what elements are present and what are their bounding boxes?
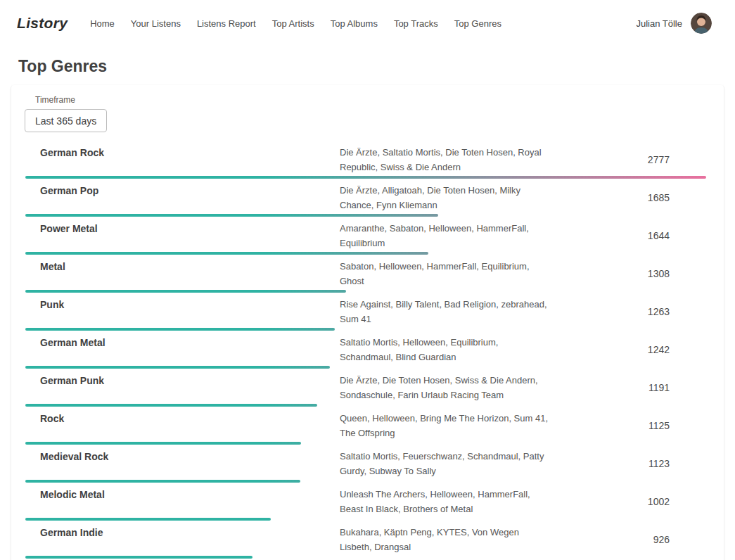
genre-list: German Rock Die Ärzte, Saltatio Mortis, … <box>11 141 724 559</box>
nav-item-listens-report[interactable]: Listens Report <box>197 18 256 29</box>
nav-item-top-albums[interactable]: Top Albums <box>331 18 378 29</box>
genre-artists: Die Ärzte, Saltatio Mortis, Die Toten Ho… <box>340 145 551 174</box>
genre-artists: Die Ärzte, Alligatoah, Die Toten Hosen, … <box>340 183 551 212</box>
genre-row: German Metal Saltatio Mortis, Helloween,… <box>11 331 724 369</box>
genre-name: German Punk <box>40 373 340 388</box>
genre-row: German Indie Bukahara, Käptn Peng, KYTES… <box>11 521 724 559</box>
genre-name: Rock <box>40 411 340 426</box>
timeframe-select[interactable]: Last 365 days <box>25 109 107 132</box>
genre-count: 1308 <box>551 268 706 279</box>
genre-count: 1685 <box>551 192 706 203</box>
genre-name: German Rock <box>40 145 340 160</box>
genre-artists: Amaranthe, Sabaton, Helloween, HammerFal… <box>340 221 551 250</box>
genre-name: German Metal <box>40 335 340 350</box>
genre-row: Metal Sabaton, Helloween, HammerFall, Eq… <box>11 255 724 293</box>
genre-count: 1125 <box>551 420 706 431</box>
genre-bar <box>25 556 253 559</box>
avatar-image <box>691 13 712 34</box>
genre-artists: Rise Against, Billy Talent, Bad Religion… <box>340 297 551 326</box>
genre-name: Melodic Metal <box>40 487 340 502</box>
nav-item-top-artists[interactable]: Top Artists <box>272 18 314 29</box>
genre-name: German Indie <box>40 525 340 540</box>
nav-item-top-tracks[interactable]: Top Tracks <box>394 18 438 29</box>
user-name: Julian Tölle <box>636 18 682 29</box>
genre-count: 1002 <box>551 496 706 507</box>
genre-name: Medieval Rock <box>40 449 340 464</box>
genre-artists: Sabaton, Helloween, HammerFall, Equilibr… <box>340 259 551 288</box>
top-navigation: Listory HomeYour ListensListens ReportTo… <box>0 0 735 46</box>
genre-row: Punk Rise Against, Billy Talent, Bad Rel… <box>11 293 724 331</box>
genre-name: German Pop <box>40 183 340 198</box>
genre-artists: Saltatio Mortis, Feuerschwanz, Schandmau… <box>340 449 551 478</box>
genre-name: Metal <box>40 259 340 274</box>
timeframe-label: Timeframe <box>35 95 724 105</box>
genre-row: German Punk Die Ärzte, Die Toten Hosen, … <box>11 369 724 407</box>
genre-artists: Die Ärzte, Die Toten Hosen, Swiss & Die … <box>340 373 551 402</box>
genre-count: 926 <box>551 534 706 545</box>
genre-count: 1644 <box>551 230 706 241</box>
user-avatar[interactable] <box>691 13 712 34</box>
genre-count: 1123 <box>551 458 706 469</box>
genre-row: German Pop Die Ärzte, Alligatoah, Die To… <box>11 179 724 217</box>
genre-name: Punk <box>40 297 340 312</box>
genre-artists: Bukahara, Käptn Peng, KYTES, Von Wegen L… <box>340 525 551 554</box>
genre-bar-fill <box>25 556 253 559</box>
genre-count: 1191 <box>551 382 706 393</box>
top-genres-card: Timeframe Last 365 days German Rock Die … <box>11 85 724 560</box>
nav-item-home[interactable]: Home <box>90 18 115 29</box>
nav-item-top-genres[interactable]: Top Genres <box>454 18 501 29</box>
app-logo[interactable]: Listory <box>17 15 68 32</box>
genre-count: 2777 <box>551 154 706 165</box>
genre-row: Rock Queen, Helloween, Bring Me The Hori… <box>11 407 724 445</box>
genre-count: 1242 <box>551 344 706 355</box>
nav-right: Julian Tölle <box>636 13 712 34</box>
nav-links: HomeYour ListensListens ReportTop Artist… <box>90 18 501 29</box>
genre-artists: Saltatio Mortis, Helloween, Equilibrium,… <box>340 335 551 364</box>
genre-artists: Queen, Helloween, Bring Me The Horizon, … <box>340 411 551 440</box>
genre-row: Power Metal Amaranthe, Sabaton, Hellowee… <box>11 217 724 255</box>
genre-row: Medieval Rock Saltatio Mortis, Feuerschw… <box>11 445 724 483</box>
genre-row: Melodic Metal Unleash The Archers, Hello… <box>11 483 724 521</box>
page-title: Top Genres <box>18 57 735 76</box>
nav-item-your-listens[interactable]: Your Listens <box>131 18 181 29</box>
genre-artists: Unleash The Archers, Helloween, HammerFa… <box>340 487 551 516</box>
genre-count: 1263 <box>551 306 706 317</box>
genre-row: German Rock Die Ärzte, Saltatio Mortis, … <box>11 141 724 179</box>
genre-name: Power Metal <box>40 221 340 236</box>
